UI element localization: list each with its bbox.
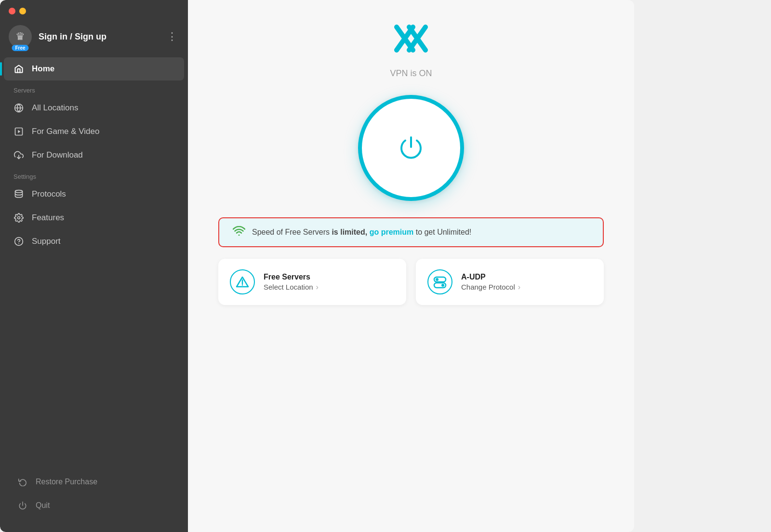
power-off-icon — [17, 500, 28, 511]
sidebar-item-support[interactable]: Support — [4, 230, 184, 253]
speed-banner-text2: to get Unlimited! — [413, 228, 471, 236]
play-icon — [13, 126, 24, 137]
user-name[interactable]: Sign in / Sign up — [39, 32, 158, 42]
main-content: VPN is ON Speed of Free Servers is limit… — [188, 0, 634, 532]
location-card-content: Free Servers Select Location › — [264, 273, 395, 292]
quit-button[interactable]: Quit — [8, 494, 180, 517]
sidebar-bottom: Restore Purchase Quit — [0, 465, 188, 522]
sidebar-item-download-label: For Download — [32, 150, 83, 160]
sidebar: ♛ Free Sign in / Sign up ⋮ Home Servers — [0, 0, 188, 532]
globe-icon — [13, 103, 24, 113]
svg-point-5 — [15, 190, 23, 193]
svg-point-19 — [436, 278, 439, 281]
question-icon — [13, 236, 24, 247]
vpn-logo — [392, 24, 430, 55]
download-icon — [13, 150, 24, 160]
user-section: ♛ Free Sign in / Sign up ⋮ — [0, 20, 188, 57]
svg-marker-3 — [18, 130, 20, 133]
gear-icon — [13, 213, 24, 223]
protocol-card-title: A-UDP — [461, 273, 592, 281]
protocol-card-arrow: › — [518, 283, 520, 292]
free-badge: Free — [12, 45, 28, 51]
sidebar-item-all-locations[interactable]: All Locations — [4, 96, 184, 120]
restore-purchase-button[interactable]: Restore Purchase — [8, 470, 180, 493]
cards-row: Free Servers Select Location › A-UDP — [218, 259, 604, 305]
sidebar-item-features-label: Features — [32, 213, 64, 223]
location-card-title: Free Servers — [264, 273, 395, 281]
location-card[interactable]: Free Servers Select Location › — [218, 259, 406, 305]
restore-icon — [17, 477, 28, 487]
vpn-status-text: VPN is ON — [390, 68, 432, 79]
speed-banner-text1: Speed of Free Servers — [252, 228, 332, 236]
speed-banner-text: Speed of Free Servers is limited, go pre… — [252, 228, 471, 237]
more-menu-button[interactable]: ⋮ — [165, 28, 179, 45]
close-button[interactable] — [9, 8, 15, 14]
sidebar-item-download[interactable]: For Download — [4, 144, 184, 167]
home-icon — [13, 64, 24, 74]
power-button-container — [358, 95, 464, 201]
location-card-arrow: › — [316, 283, 319, 292]
sidebar-item-features[interactable]: Features — [4, 206, 184, 229]
sidebar-item-all-locations-label: All Locations — [32, 103, 78, 113]
servers-section-label: Servers — [0, 81, 188, 96]
wifi-icon — [233, 226, 245, 239]
sidebar-item-support-label: Support — [32, 237, 61, 246]
navigation: Home Servers All Locations For Game & — [0, 57, 188, 465]
quit-label: Quit — [36, 501, 50, 510]
go-premium-link[interactable]: go premium — [370, 228, 414, 236]
titlebar — [0, 0, 188, 20]
power-icon — [394, 131, 428, 165]
protocol-card[interactable]: A-UDP Change Protocol › — [416, 259, 604, 305]
avatar: ♛ Free — [9, 25, 32, 48]
speed-banner: Speed of Free Servers is limited, go pre… — [218, 217, 604, 247]
sidebar-item-game-video[interactable]: For Game & Video — [4, 120, 184, 143]
svg-point-17 — [242, 284, 243, 285]
sidebar-item-home[interactable]: Home — [4, 57, 184, 80]
svg-point-21 — [441, 284, 444, 287]
sidebar-item-game-video-label: For Game & Video — [32, 127, 99, 136]
power-button[interactable] — [358, 95, 464, 201]
restore-purchase-label: Restore Purchase — [36, 478, 97, 486]
settings-section-label: Settings — [0, 167, 188, 182]
speed-banner-bold: is limited, — [332, 228, 367, 236]
protocol-card-content: A-UDP Change Protocol › — [461, 273, 592, 292]
protocol-card-subtitle: Change Protocol › — [461, 283, 592, 292]
svg-point-6 — [18, 217, 20, 219]
crown-icon: ♛ — [15, 30, 25, 43]
location-card-subtitle: Select Location › — [264, 283, 395, 292]
sidebar-item-protocols-label: Protocols — [32, 189, 66, 199]
traffic-lights — [9, 8, 26, 14]
protocols-icon — [13, 189, 24, 200]
location-card-icon — [230, 269, 255, 294]
svg-point-14 — [239, 235, 240, 236]
protocol-card-icon — [427, 269, 452, 294]
sidebar-item-home-label: Home — [32, 64, 54, 74]
minimize-button[interactable] — [19, 8, 26, 14]
sidebar-item-protocols[interactable]: Protocols — [4, 183, 184, 206]
